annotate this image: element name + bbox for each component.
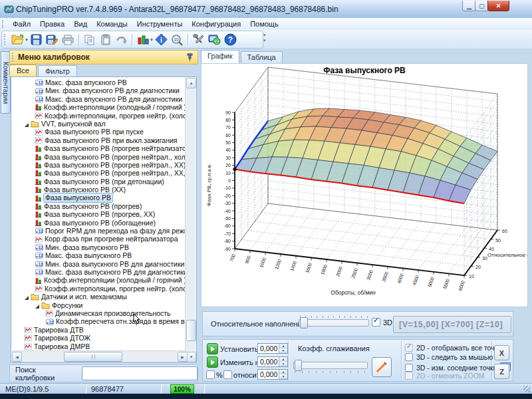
edit-chart-button[interactable] (372, 357, 392, 377)
tree-item-9[interactable]: Фаза выпускного РВ (прогрев нейтрал., хо… (12, 153, 186, 161)
tree-item-2[interactable]: 12Макс. фаза впускного РВ для диагностик… (12, 95, 186, 103)
tree-expander-icon[interactable] (35, 303, 40, 308)
paste-icon[interactable] (98, 33, 113, 47)
tree-item-7[interactable]: Фаза выпускного РВ при выкл.зажигания (12, 136, 186, 144)
tab-Таблица[interactable]: Таблица (241, 51, 283, 63)
tree-folder-5[interactable]: VVT, выпускной вал (12, 120, 186, 128)
view-charts-icon[interactable] (136, 33, 150, 47)
view-charts-dropdown-icon[interactable]: ▼ (150, 38, 154, 42)
save-file-icon[interactable] (29, 33, 44, 47)
menu-item-5[interactable]: Конфигурация (187, 19, 245, 29)
option-checkbox[interactable] (405, 344, 413, 352)
toolbar-overflow-icon[interactable]: ▾▾ (263, 33, 266, 43)
menu-item-1[interactable]: Правка (35, 19, 69, 29)
tree-hscroll-thumb[interactable] (64, 352, 122, 362)
tab-Все[interactable]: Все (9, 65, 37, 76)
scroll-down-icon[interactable]: ▼ (186, 352, 196, 362)
minimize-button[interactable]: ▁ (462, 1, 476, 11)
menu-item-2[interactable]: Вид (69, 19, 92, 29)
menu-item-3[interactable]: Команды (92, 19, 132, 29)
set-value-spinner[interactable]: 0,000▲▼ (257, 343, 288, 354)
tree-item-20[interactable]: 12Мин. фаза выпускного РВ (12, 243, 186, 251)
tree-item-29[interactable]: 12Коэфф.пересчета отн.заряда в время впр… (12, 317, 186, 325)
tree-item-23[interactable]: 12Макс. фаза выпускного РВ для диагности… (12, 268, 186, 276)
tree-item-1[interactable]: 12Мин. фаза впускного РВ для диагностики (12, 86, 186, 94)
tree-item-31[interactable]: Тарировка ДТОЖ (12, 334, 186, 342)
tree-item-11[interactable]: Фаза выпускного РВ (прогрев нейтрал., ХХ… (12, 169, 186, 177)
tree-item-3[interactable]: Коэфф.интерполяции (холодный / горячий ) (12, 103, 186, 111)
tree-item-10[interactable]: Фаза выпускного РВ (прогрев нейтрал., ХХ… (12, 161, 186, 169)
surface-chart[interactable]: -90-80-70-60-50-40-30-20-100102030405060… (201, 64, 528, 307)
tree-item-15[interactable]: Фаза выпускного РВ (прогрев) (12, 202, 186, 210)
z-axis-button[interactable]: Z (494, 364, 509, 379)
open-file-dropdown-icon[interactable]: ▼ (25, 38, 29, 42)
pin-icon[interactable] (186, 53, 194, 62)
tree-item-8[interactable]: Фаза выпускного РВ (прогрев нейтрализато… (12, 144, 186, 152)
tree-folder-26[interactable]: Датчики и исп. механизмы (12, 293, 186, 301)
smoothing-slider-track[interactable] (293, 362, 368, 369)
calibration-tree[interactable]: 12Макс. фаза впускного РВ12Мин. фаза впу… (11, 76, 197, 362)
tree-item-19[interactable]: Корр.фаза при прогреве нейтрализатора (12, 235, 186, 243)
relative-spinner[interactable]: 0,000▲▼ (257, 369, 288, 380)
option-checkbox[interactable] (405, 372, 413, 380)
close-button[interactable]: ✕ (487, 1, 509, 11)
change-value-button[interactable] (207, 356, 218, 368)
menu-item-6[interactable]: Помощь (245, 19, 283, 29)
info-icon[interactable]: i (154, 33, 169, 47)
undo-icon[interactable] (114, 33, 129, 47)
open-file-icon[interactable] (11, 33, 25, 47)
fill-slider-thumb[interactable] (300, 317, 308, 329)
smoothing-slider-thumb[interactable] (295, 360, 302, 371)
tree-expander-icon[interactable] (24, 121, 29, 126)
tree-item-30[interactable]: Тарировка ДТВ (12, 326, 186, 334)
relative-checkbox[interactable] (223, 370, 232, 379)
scroll-left-icon[interactable]: ◀ (12, 352, 22, 362)
tree-folder-27[interactable]: Форсунки (12, 301, 186, 309)
mode-3d-checkbox[interactable] (372, 318, 380, 327)
tree-item-25[interactable]: Коэфф.интерполяции, прогрев нейтр. (холо… (12, 285, 186, 293)
tree-item-32[interactable]: Тарировка ДМРВ (12, 342, 186, 350)
tree-vertical-scrollbar[interactable]: ▲ ▼ (185, 78, 196, 362)
tree-item-18[interactable]: 12Порог RPM для перехода на фазу для реж… (12, 227, 186, 235)
save-as-icon[interactable] (45, 33, 60, 47)
scroll-right-icon[interactable]: ▶ (178, 352, 188, 362)
resize-grip[interactable] (523, 386, 530, 392)
tab-Фильтр[interactable]: Фильтр (38, 65, 77, 76)
tools-icon[interactable] (192, 33, 206, 47)
fill-slider-track[interactable] (299, 319, 369, 327)
copy-icon[interactable] (82, 33, 97, 47)
tree-item-4[interactable]: Коэфф.интерполяции, прогрев нейтр. (холо… (12, 112, 186, 120)
percent-checkbox[interactable] (206, 370, 215, 379)
tree-item-14[interactable]: Фаза выпускного РВ (12, 194, 186, 201)
option-0[interactable]: 2D - отображать все точки (405, 344, 501, 352)
title-bar[interactable]: ChipTuningPRO ver.7.4.8.969 - Antara32L_… (0, 0, 532, 19)
option-3[interactable]: 2D - отменить ZOOM (405, 372, 485, 380)
option-1[interactable]: 3D - следить за мышью (405, 353, 493, 361)
tree-item-16[interactable]: Фаза выпускного РВ (прогрев, ХХ) (12, 210, 186, 218)
tree-item-21[interactable]: 12Макс. фаза выпускного РВ (12, 251, 186, 259)
tree-item-6[interactable]: Фаза выпускного РВ при пуске (12, 128, 186, 136)
tree-horizontal-scrollbar[interactable]: ◀ ▶ (12, 350, 187, 361)
set-value-button[interactable] (207, 343, 218, 354)
tree-item-12[interactable]: Фаза выпускного РВ (при детонации) (12, 178, 186, 186)
tree-item-17[interactable]: Фаза выпускного РВ (обогащение) (12, 219, 186, 227)
zoom-search-icon[interactable]: 10 (170, 33, 185, 47)
help-icon[interactable]: ? (223, 33, 238, 47)
tree-item-22[interactable]: 12Мин. фаза выпускного РВ для диагностик… (12, 260, 186, 268)
maximize-button[interactable]: ▢ (475, 1, 489, 11)
menu-item-4[interactable]: Инструменты (132, 19, 188, 29)
option-checkbox[interactable] (405, 353, 413, 361)
tree-vscroll-thumb[interactable] (186, 320, 196, 341)
option-checkbox[interactable] (405, 364, 413, 372)
tree-item-13[interactable]: Фаза выпускного РВ (ХХ) (12, 186, 186, 194)
calibration-search-input[interactable] (82, 366, 198, 380)
menu-item-0[interactable]: Файл (8, 19, 35, 29)
tab-График[interactable]: График (201, 50, 239, 63)
online-update-icon[interactable] (207, 33, 222, 47)
change-value-spinner[interactable]: 0,000▲▼ (257, 356, 288, 367)
tree-item-0[interactable]: 12Макс. фаза впускного РВ (12, 78, 186, 86)
scroll-up-icon[interactable]: ▲ (186, 78, 196, 88)
tree-item-28[interactable]: Динамическая производительность (12, 309, 186, 317)
x-axis-button[interactable]: X (494, 345, 509, 360)
print-icon[interactable] (61, 33, 76, 47)
